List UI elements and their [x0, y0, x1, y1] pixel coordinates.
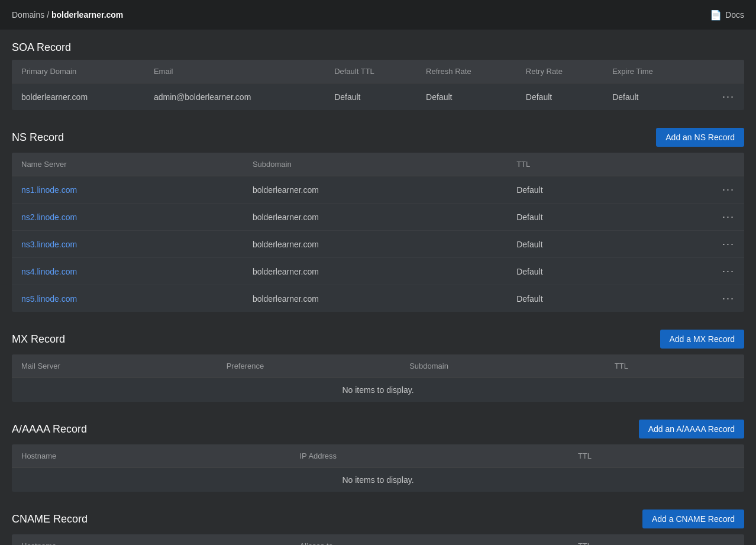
- add-cname-button[interactable]: Add a CNAME Record: [642, 509, 744, 528]
- soa-col-actions: [696, 60, 744, 83]
- cname-title: CNAME Record: [12, 513, 88, 525]
- aaaaa-no-items: No items to display.: [12, 468, 744, 492]
- soa-refresh-rate: Default: [416, 83, 516, 111]
- aaaaa-title: A/AAAA Record: [12, 423, 87, 436]
- ns-ttl: Default: [507, 204, 647, 231]
- ns-ttl: Default: [507, 285, 647, 312]
- cname-col-ttl: TTL: [568, 534, 680, 545]
- table-row: bolderlearner.com admin@bolderlearner.co…: [12, 83, 744, 111]
- soa-col-primary-domain: Primary Domain: [12, 60, 144, 83]
- docs-label: Docs: [725, 10, 744, 20]
- soa-col-email: Email: [144, 60, 325, 83]
- mx-section: MX Record Add a MX Record Mail Server Pr…: [12, 330, 744, 402]
- soa-col-expire-time: Expire Time: [603, 60, 695, 83]
- add-aaaaa-button[interactable]: Add an A/AAAA Record: [639, 420, 744, 438]
- breadcrumb-current: bolderlearner.com: [51, 10, 123, 20]
- docs-link[interactable]: 📄 Docs: [710, 9, 744, 21]
- aaaaa-col-actions: [680, 444, 744, 468]
- soa-col-default-ttl: Default TTL: [325, 60, 416, 83]
- docs-icon: 📄: [710, 9, 722, 21]
- mx-table: Mail Server Preference Subdomain TTL No …: [12, 354, 744, 402]
- ns-subdomain: bolderlearner.com: [243, 285, 507, 312]
- cname-col-aliases-to: Aliases to: [290, 534, 568, 545]
- ns-subdomain: bolderlearner.com: [243, 204, 507, 231]
- mx-col-subdomain: Subdomain: [400, 354, 605, 378]
- ns-ttl: Default: [507, 231, 647, 258]
- aaaaa-col-ttl: TTL: [568, 444, 680, 468]
- ns-name-server: ns5.linode.com: [12, 285, 243, 312]
- soa-primary-domain: bolderlearner.com: [12, 83, 144, 111]
- table-row: ns3.linode.com bolderlearner.com Default…: [12, 231, 744, 258]
- table-row: No items to display.: [12, 468, 744, 492]
- aaaaa-col-hostname: Hostname: [12, 444, 290, 468]
- mx-title: MX Record: [12, 333, 65, 346]
- ns-col-ttl: TTL: [507, 153, 647, 176]
- ns-subdomain: bolderlearner.com: [243, 176, 507, 204]
- ns-row-actions[interactable]: ···: [647, 204, 744, 231]
- breadcrumb-separator: /: [44, 10, 51, 20]
- cname-col-actions: [680, 534, 744, 545]
- ns-subdomain: bolderlearner.com: [243, 231, 507, 258]
- ns-name-server: ns4.linode.com: [12, 258, 243, 285]
- ns-ttl: Default: [507, 258, 647, 285]
- aaaaa-table: Hostname IP Address TTL No items to disp…: [12, 444, 744, 492]
- ns-col-actions: [647, 153, 744, 176]
- aaaaa-col-ip-address: IP Address: [290, 444, 568, 468]
- ns-title: NS Record: [12, 131, 64, 144]
- ns-name-server: ns1.linode.com: [12, 176, 243, 204]
- soa-col-refresh-rate: Refresh Rate: [416, 60, 516, 83]
- cname-table: Hostname Aliases to TTL: [12, 534, 744, 545]
- add-ns-button[interactable]: Add an NS Record: [656, 128, 744, 147]
- breadcrumb-parent[interactable]: Domains: [12, 10, 44, 20]
- soa-table: Primary Domain Email Default TTL Refresh…: [12, 60, 744, 110]
- mx-col-preference: Preference: [217, 354, 400, 378]
- ns-row-actions[interactable]: ···: [647, 258, 744, 285]
- mx-no-items: No items to display.: [12, 378, 744, 402]
- cname-col-hostname: Hostname: [12, 534, 290, 545]
- ns-table: Name Server Subdomain TTL ns1.linode.com…: [12, 153, 744, 312]
- soa-expire-time: Default: [603, 83, 695, 111]
- cname-section: CNAME Record Add a CNAME Record Hostname…: [12, 509, 744, 545]
- soa-default-ttl: Default: [325, 83, 416, 111]
- soa-row-actions[interactable]: ···: [696, 83, 744, 111]
- ns-col-subdomain: Subdomain: [243, 153, 507, 176]
- ns-row-actions[interactable]: ···: [647, 176, 744, 204]
- ns-section: NS Record Add an NS Record Name Server S…: [12, 128, 744, 312]
- soa-retry-rate: Default: [516, 83, 603, 111]
- ns-row-actions[interactable]: ···: [647, 285, 744, 312]
- mx-col-mail-server: Mail Server: [12, 354, 217, 378]
- ns-ttl: Default: [507, 176, 647, 204]
- table-row: ns5.linode.com bolderlearner.com Default…: [12, 285, 744, 312]
- top-bar: Domains / bolderlearner.com 📄 Docs: [0, 0, 756, 30]
- soa-email: admin@bolderlearner.com: [144, 83, 325, 111]
- soa-title: SOA Record: [12, 41, 71, 54]
- mx-col-ttl: TTL: [605, 354, 744, 378]
- soa-section: SOA Record Primary Domain Email Default …: [12, 41, 744, 110]
- table-row: ns2.linode.com bolderlearner.com Default…: [12, 204, 744, 231]
- table-row: ns4.linode.com bolderlearner.com Default…: [12, 258, 744, 285]
- ns-col-name-server: Name Server: [12, 153, 243, 176]
- aaaaa-section: A/AAAA Record Add an A/AAAA Record Hostn…: [12, 420, 744, 492]
- ns-row-actions[interactable]: ···: [647, 231, 744, 258]
- breadcrumb: Domains / bolderlearner.com: [12, 10, 123, 20]
- ns-subdomain: bolderlearner.com: [243, 258, 507, 285]
- soa-col-retry-rate: Retry Rate: [516, 60, 603, 83]
- ns-name-server: ns3.linode.com: [12, 231, 243, 258]
- table-row: No items to display.: [12, 378, 744, 402]
- table-row: ns1.linode.com bolderlearner.com Default…: [12, 176, 744, 204]
- ns-name-server: ns2.linode.com: [12, 204, 243, 231]
- add-mx-button[interactable]: Add a MX Record: [660, 330, 745, 349]
